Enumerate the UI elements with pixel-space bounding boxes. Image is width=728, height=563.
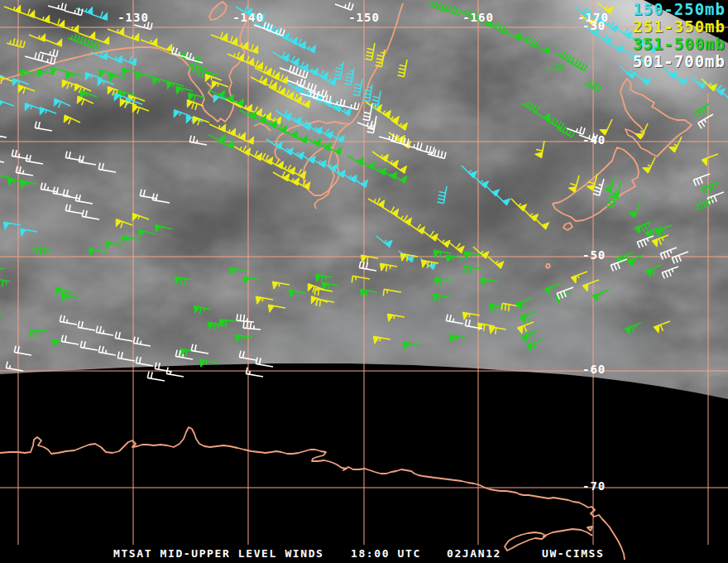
caption-text: UW-CIMSS [542,549,604,559]
pressure-level-legend: 150-250mb251-350mb351-500mb501-700mb [633,1,726,70]
longitude-label: -150 [348,12,380,22]
longitude-label: -160 [462,12,494,22]
longitude-label: -130 [117,12,149,22]
latitude-label: -50 [582,250,606,260]
caption-text: 18:00 UTC [351,549,421,559]
caption-text: MTSAT MID-UPPER LEVEL WINDS [113,549,324,559]
satellite-wind-product: 150-250mb251-350mb351-500mb501-700mb -13… [0,0,728,563]
latitude-label: -70 [582,481,606,491]
latitude-label: -60 [582,364,606,374]
legend-item-white: 501-700mb [633,53,726,70]
legend-item-green: 351-500mb [633,36,726,53]
legend-item-cyan: 150-250mb [633,1,726,18]
legend-item-yellow: 251-350mb [633,18,726,36]
latitude-label: -40 [582,135,606,145]
longitude-label: -140 [232,12,264,22]
caption-text: 02JAN12 [447,549,501,559]
label-layer: 150-250mb251-350mb351-500mb501-700mb -13… [0,0,728,563]
latitude-label: -30 [582,21,606,31]
